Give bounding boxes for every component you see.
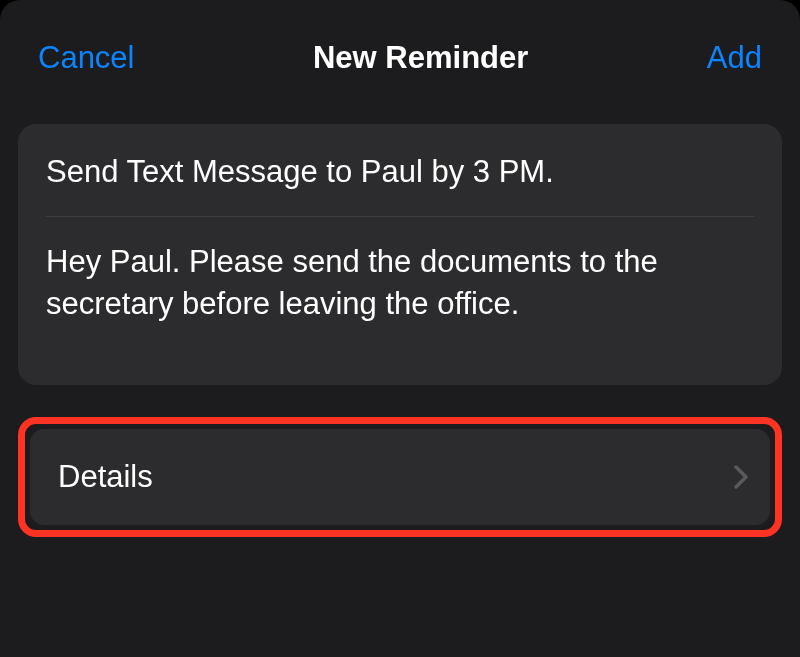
reminder-notes-input[interactable]: Hey Paul. Please send the documents to t… xyxy=(46,217,754,325)
new-reminder-sheet: Cancel New Reminder Add Send Text Messag… xyxy=(0,0,800,657)
cancel-button[interactable]: Cancel xyxy=(38,40,135,76)
nav-bar: Cancel New Reminder Add xyxy=(0,6,800,100)
reminder-card: Send Text Message to Paul by 3 PM. Hey P… xyxy=(18,124,782,385)
details-highlight: Details xyxy=(18,417,782,537)
reminder-title-input[interactable]: Send Text Message to Paul by 3 PM. xyxy=(46,152,754,216)
add-button[interactable]: Add xyxy=(707,40,762,76)
details-row[interactable]: Details xyxy=(30,429,770,525)
page-title: New Reminder xyxy=(313,40,528,76)
chevron-right-icon xyxy=(734,465,748,489)
content-area: Send Text Message to Paul by 3 PM. Hey P… xyxy=(0,100,800,537)
details-label: Details xyxy=(58,459,153,495)
